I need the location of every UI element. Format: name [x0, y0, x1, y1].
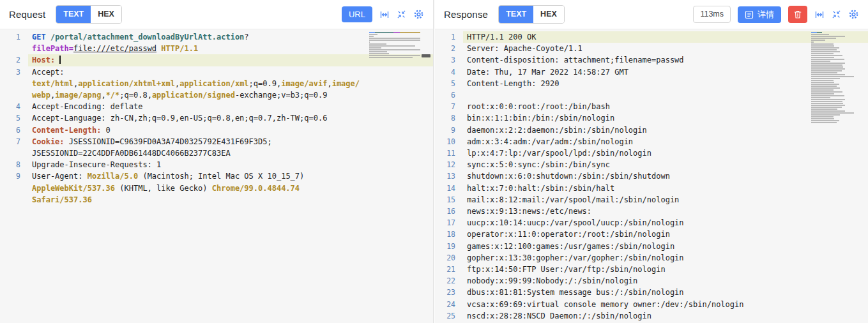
line-number: 18 — [435, 229, 455, 240]
response-toolbar: 113ms 详情 — [693, 6, 859, 23]
line-number: 9 — [435, 124, 455, 136]
settings-icon[interactable] — [848, 9, 859, 20]
code-line: 17uucp:x:10:14:uucp:/var/spool/uucp:/sbi… — [435, 217, 868, 229]
line-number: 16 — [435, 206, 455, 217]
code-line: 13shutdown:x:6:0:shutdown:/sbin:/sbin/sh… — [435, 170, 868, 182]
line-number: 7 — [435, 101, 455, 112]
line-number: 10 — [435, 136, 455, 147]
line-number: 3 — [435, 54, 455, 66]
tab-text[interactable]: TEXT — [499, 6, 533, 23]
response-header: Response TEXT HEX 113ms 详情 — [435, 0, 868, 29]
code-line: 4Accept-Encoding: deflate — [0, 101, 433, 112]
line-number: 22 — [435, 275, 455, 287]
line-number: 9 — [0, 170, 20, 206]
response-title: Response — [444, 9, 488, 20]
code-line: 11lp:x:4:7:lp:/var/spool/lpd:/sbin/nolog… — [435, 147, 868, 159]
response-time-badge: 113ms — [693, 6, 731, 23]
code-line: 7Cookie: JSESSIONID=C9639FD0A3A74D032579… — [0, 136, 433, 159]
request-minimap[interactable] — [369, 32, 423, 59]
line-number: 3 — [0, 66, 20, 101]
code-line: 15mail:x:8:12:mail:/var/spool/mail:/sbin… — [435, 194, 868, 206]
code-line: 12sync:x:5:0:sync:/sbin:/bin/sync — [435, 159, 868, 170]
line-number: 8 — [0, 159, 20, 170]
request-code: 1GET /portal/attachment_downloadByUrlAtt… — [0, 31, 433, 206]
request-editor[interactable]: 1GET /portal/attachment_downloadByUrlAtt… — [0, 29, 433, 323]
code-line: 25nscd:x:28:28:NSCD Daemon:/:/sbin/nolog… — [435, 310, 868, 322]
trash-icon — [793, 10, 802, 19]
code-line: 24vcsa:x:69:69:virtual console memory ow… — [435, 299, 868, 310]
code-line: 3Content-disposition: attachment;filenam… — [435, 54, 868, 66]
line-number: 19 — [435, 241, 455, 252]
code-line: 8Upgrade-Insecure-Requests: 1 — [0, 159, 433, 170]
tab-text[interactable]: TEXT — [56, 6, 91, 23]
line-number: 20 — [435, 252, 455, 264]
details-icon — [745, 10, 754, 19]
line-width-icon[interactable] — [379, 10, 390, 20]
code-line: 9daemon:x:2:2:daemon:/sbin:/sbin/nologin — [435, 124, 868, 136]
response-panel: Response TEXT HEX 113ms 详情 — [435, 0, 868, 323]
request-scrollbar-thumb[interactable] — [422, 54, 430, 57]
code-line: 18operator:x:11:0:operator:/root:/sbin/n… — [435, 229, 868, 240]
request-toolbar: URL — [342, 6, 424, 22]
tab-hex[interactable]: HEX — [91, 6, 121, 23]
line-number: 5 — [0, 112, 20, 124]
code-line: 22nobody:x:99:99:Nobody:/:/sbin/nologin — [435, 275, 868, 287]
line-number: 15 — [435, 194, 455, 206]
http-inspector: Request TEXT HEX URL 1GET /portal/attach… — [0, 0, 868, 323]
delete-button[interactable] — [788, 6, 807, 23]
text-cursor — [59, 56, 61, 64]
code-line: 9User-Agent: Mozilla/5.0 (Macintosh; Int… — [0, 170, 433, 206]
details-button-label: 详情 — [758, 10, 774, 19]
line-number: 4 — [0, 101, 20, 112]
request-header: Request TEXT HEX URL — [0, 0, 433, 29]
code-line: 7root:x:0:0:root:/root:/bin/bash — [435, 101, 868, 112]
line-number: 1 — [0, 31, 20, 54]
line-width-icon[interactable] — [814, 10, 825, 20]
code-line: 5Accept-Language: zh-CN,zh;q=0.9,en-US;q… — [0, 112, 433, 124]
tab-hex[interactable]: HEX — [533, 6, 564, 23]
response-code: 1HTTP/1.1 200 OK2Server: Apache-Coyote/1… — [435, 31, 868, 322]
response-minimap[interactable] — [811, 32, 857, 124]
response-view-tabs: TEXT HEX — [498, 5, 565, 24]
response-editor[interactable]: 1HTTP/1.1 200 OK2Server: Apache-Coyote/1… — [435, 29, 868, 323]
line-number: 11 — [435, 147, 455, 159]
code-line: 23dbus:x:81:81:System message bus:/:/sbi… — [435, 287, 868, 298]
code-line: 14halt:x:7:0:halt:/sbin:/sbin/halt — [435, 183, 868, 194]
line-number: 7 — [0, 136, 20, 159]
url-decode-button[interactable]: URL — [342, 6, 372, 22]
request-title: Request — [9, 9, 45, 20]
code-line: 20gopher:x:13:30:gopher:/var/gopher:/sbi… — [435, 252, 868, 264]
settings-icon[interactable] — [413, 9, 424, 20]
code-line: 6 — [435, 89, 868, 101]
line-number: 2 — [0, 54, 20, 66]
line-number: 23 — [435, 287, 455, 298]
code-line: 21ftp:x:14:50:FTP User:/var/ftp:/sbin/no… — [435, 264, 868, 275]
line-number: 13 — [435, 170, 455, 182]
line-number: 8 — [435, 112, 455, 124]
line-number: 24 — [435, 299, 455, 310]
fit-screen-icon[interactable] — [832, 10, 841, 19]
code-line: 10adm:x:3:4:adm:/var/adm:/sbin/nologin — [435, 136, 868, 147]
code-line: 8bin:x:1:1:bin:/bin:/sbin/nologin — [435, 112, 868, 124]
request-panel: Request TEXT HEX URL 1GET /portal/attach… — [0, 0, 433, 323]
code-line: 5Content-Length: 2920 — [435, 78, 868, 89]
line-number: 25 — [435, 310, 455, 322]
line-number: 21 — [435, 264, 455, 275]
line-number: 2 — [435, 43, 455, 54]
line-number: 14 — [435, 183, 455, 194]
code-line: 1GET /portal/attachment_downloadByUrlAtt… — [0, 31, 433, 54]
line-number: 5 — [435, 78, 455, 89]
line-number: 12 — [435, 159, 455, 170]
fit-screen-icon[interactable] — [397, 10, 406, 19]
line-number: 6 — [435, 89, 455, 101]
line-number: 1 — [435, 31, 455, 43]
code-line: 3Accept: text/html,application/xhtml+xml… — [0, 66, 433, 101]
line-number: 17 — [435, 217, 455, 229]
code-line: 2Host: — [0, 54, 433, 66]
code-line: 16news:x:9:13:news:/etc/news: — [435, 206, 868, 217]
code-line: 6Content-Length: 0 — [0, 124, 433, 136]
request-view-tabs: TEXT HEX — [56, 5, 122, 24]
details-button[interactable]: 详情 — [738, 6, 781, 23]
code-line: 19games:x:12:100:games:/usr/games:/sbin/… — [435, 241, 868, 252]
line-number: 6 — [0, 124, 20, 136]
